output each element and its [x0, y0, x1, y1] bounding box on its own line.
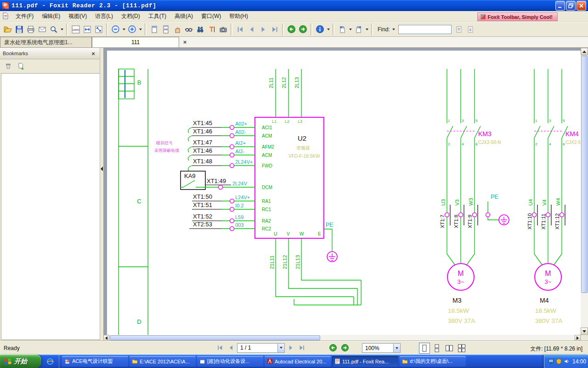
- zoom-in-button[interactable]: [126, 23, 138, 35]
- scroll-down-button[interactable]: [581, 328, 588, 335]
- prev-page-button[interactable]: [246, 23, 257, 35]
- menu-view[interactable]: 视图(V): [64, 11, 91, 22]
- last-page-button[interactable]: [269, 23, 280, 35]
- vertical-scrollbar[interactable]: [581, 48, 588, 335]
- tab-doc-1[interactable]: 废水处理系统电气原理图1...: [0, 37, 92, 47]
- layout-continuous-button[interactable]: [431, 343, 442, 354]
- nav-next-page-button[interactable]: [286, 343, 296, 353]
- search-button[interactable]: [194, 23, 206, 35]
- menu-file[interactable]: 文件(F): [11, 11, 38, 22]
- zoom-100-button[interactable]: 100%: [70, 23, 81, 35]
- restore-button[interactable]: [566, 1, 576, 11]
- minimize-button[interactable]: [555, 1, 565, 11]
- tray-shield-icon[interactable]: [556, 358, 562, 364]
- close-bookmarks-button[interactable]: ×: [90, 50, 97, 57]
- menu-window[interactable]: 窗口(W): [197, 11, 225, 22]
- zoom-out-caret[interactable]: [121, 23, 126, 35]
- menu-tools[interactable]: 工具(T): [144, 11, 170, 22]
- layout-facing-button[interactable]: [444, 343, 455, 354]
- nav-prev-page-button[interactable]: [226, 343, 236, 353]
- loupe-glasses-button[interactable]: [183, 23, 194, 35]
- sidebar-splitter[interactable]: [100, 48, 103, 341]
- taskbar-item-browser[interactable]: [超]自动化设备设...: [197, 356, 263, 367]
- text-select-button[interactable]: [206, 23, 217, 35]
- foxit-promo-banner[interactable]: Foxit Toolbar, Simply Cool!: [477, 12, 558, 21]
- ie-icon[interactable]: [46, 358, 54, 365]
- zoom-in-caret[interactable]: [138, 23, 143, 35]
- pole-number: 2: [448, 142, 450, 146]
- document-view[interactable]: B C D 2L11 2L12 2L13 L1 L2 L3 U2: [103, 48, 588, 341]
- taskbar-clock[interactable]: 14:00: [572, 358, 586, 365]
- taskbar-item-explorer-e[interactable]: E:\ACE 2012\ACE\A...: [130, 356, 196, 367]
- menu-help[interactable]: 帮助(H): [225, 11, 252, 22]
- zoom-tool-caret[interactable]: [59, 23, 64, 35]
- hand-tool-button[interactable]: [171, 23, 183, 35]
- bookmarks-list[interactable]: [1, 73, 100, 340]
- menu-advanced[interactable]: 高级(A): [170, 11, 197, 22]
- rotate-right-caret[interactable]: [364, 23, 369, 35]
- find-input[interactable]: [398, 25, 452, 34]
- first-page-button[interactable]: [234, 23, 246, 35]
- fit-page-button[interactable]: [93, 23, 104, 35]
- bookmarks-toolbar: [0, 59, 100, 73]
- info-button[interactable]: [314, 23, 326, 35]
- nav-first-page-button[interactable]: [215, 343, 225, 353]
- nav-forward-button[interactable]: [340, 343, 350, 353]
- pdf-page-canvas[interactable]: B C D 2L11 2L12 2L13 L1 L2 L3 U2: [103, 48, 581, 335]
- snapshot-button[interactable]: [217, 23, 229, 35]
- find-options-caret[interactable]: [391, 23, 396, 35]
- taskbar-item-ace[interactable]: ACE电气设计联盟: [62, 356, 128, 367]
- menu-document[interactable]: 文档(D): [117, 11, 144, 22]
- nav-back-button[interactable]: [328, 343, 338, 353]
- start-button[interactable]: 开始: [0, 355, 41, 368]
- open-button[interactable]: [2, 23, 13, 35]
- zoom-combo[interactable]: 100%: [362, 343, 401, 353]
- menu-edit[interactable]: 编辑(E): [38, 11, 64, 22]
- single-page-button[interactable]: [148, 23, 160, 35]
- delete-bookmark-button[interactable]: [4, 62, 13, 71]
- nav-last-page-button[interactable]: [297, 343, 307, 353]
- continuous-page-button[interactable]: [160, 23, 171, 35]
- find-previous-button[interactable]: [453, 23, 465, 35]
- page-number-combo[interactable]: 1 / 1: [237, 343, 285, 353]
- next-page-button[interactable]: [257, 23, 269, 35]
- layout-continuous-facing-button[interactable]: [456, 343, 467, 354]
- export-bookmarks-button[interactable]: [17, 62, 26, 71]
- save-button[interactable]: [13, 23, 25, 35]
- close-button[interactable]: [577, 1, 586, 11]
- find-next-button[interactable]: [465, 23, 476, 35]
- info-caret[interactable]: [326, 23, 331, 35]
- taskbar-item-documents[interactable]: d:\我的文档\桌面\...: [400, 356, 466, 367]
- tray-volume-icon[interactable]: [564, 358, 570, 364]
- motor-ref: M3: [452, 297, 462, 304]
- rotate-right-button[interactable]: [353, 23, 364, 35]
- rotate-left-button[interactable]: [336, 23, 348, 35]
- horizontal-scroll-thumb[interactable]: [110, 335, 320, 340]
- tray-display-icon[interactable]: [548, 358, 554, 364]
- vertical-scroll-thumb[interactable]: [581, 56, 588, 293]
- page-combo-caret[interactable]: [277, 344, 284, 352]
- menu-language[interactable]: 语言(L): [91, 11, 117, 22]
- go-forward-button[interactable]: [297, 23, 309, 35]
- zoom-out-button[interactable]: [110, 23, 121, 35]
- print-button[interactable]: [25, 23, 36, 35]
- taskbar-item-autocad[interactable]: Autocad Electrical 20...: [265, 356, 331, 367]
- scroll-up-button[interactable]: [581, 48, 588, 55]
- collapse-sidebar-icon[interactable]: [101, 167, 103, 171]
- rotate-left-caret[interactable]: [348, 23, 353, 35]
- go-back-button[interactable]: [286, 23, 297, 35]
- email-button[interactable]: [36, 23, 48, 35]
- layout-single-button[interactable]: [419, 343, 430, 354]
- wire-label-21l11: 21L11: [269, 255, 275, 269]
- tab-close-icon[interactable]: ×: [181, 38, 189, 46]
- horizontal-scrollbar[interactable]: [103, 335, 581, 341]
- layout-continuous-facing-icon: [458, 344, 466, 352]
- contactor-model: CJX2-5: [565, 140, 581, 145]
- scroll-left-button[interactable]: [103, 335, 109, 341]
- tab-doc-2[interactable]: 111: [92, 37, 179, 47]
- zoom-combo-caret[interactable]: [393, 344, 400, 352]
- scroll-right-button[interactable]: [575, 335, 581, 341]
- zoom-tool-button[interactable]: [48, 23, 59, 35]
- taskbar-item-foxit[interactable]: 111.pdf - Foxit Rea...: [332, 356, 398, 367]
- fit-width-button[interactable]: [81, 23, 93, 35]
